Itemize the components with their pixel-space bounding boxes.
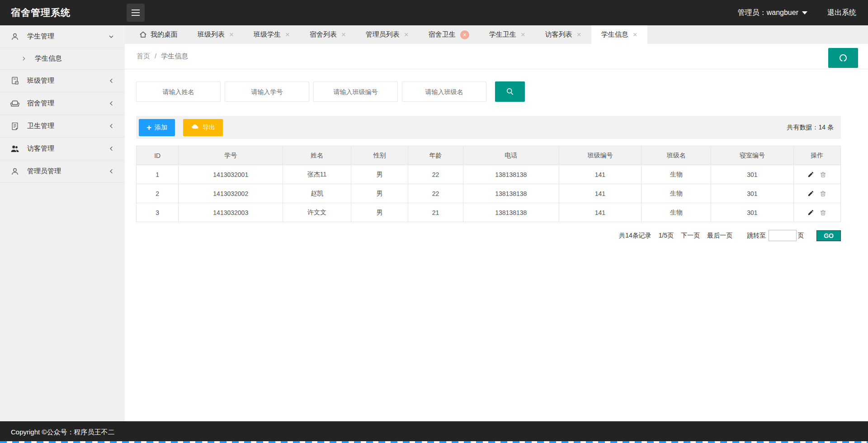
tab-label: 班级学生	[254, 30, 281, 39]
col-header-phone: 电话	[463, 146, 559, 165]
tab-class-list[interactable]: 班级列表 ×	[188, 25, 244, 44]
close-icon[interactable]: ×	[460, 30, 469, 39]
cell-room-no: 301	[711, 203, 793, 222]
chevron-left-icon	[108, 77, 115, 84]
close-icon[interactable]: ×	[341, 31, 346, 38]
close-icon[interactable]: ×	[285, 31, 290, 38]
cell-phone: 138138138	[463, 203, 559, 222]
cell-class-name: 生物	[642, 203, 711, 222]
sidebar-item-class-mgmt[interactable]: 班级管理	[0, 70, 125, 92]
tab-label: 访客列表	[545, 30, 572, 39]
cell-phone: 138138138	[463, 184, 559, 203]
sidebar-item-admin-mgmt[interactable]: 管理员管理	[0, 160, 125, 183]
go-button[interactable]: GO	[816, 230, 841, 241]
col-header-room-no: 寝室编号	[711, 146, 793, 165]
tab-dorm-hygiene[interactable]: 宿舍卫生 ×	[419, 25, 479, 44]
tab-my-desktop[interactable]: 我的桌面	[129, 25, 188, 44]
tab-label: 班级列表	[198, 30, 225, 39]
tab-dorm-list[interactable]: 宿舍列表 ×	[300, 25, 356, 44]
edit-icon[interactable]	[807, 171, 814, 178]
breadcrumb-home-link[interactable]: 首页	[137, 52, 150, 61]
close-icon[interactable]: ×	[633, 31, 637, 38]
class-name-search-input[interactable]	[402, 81, 486, 102]
notebook-icon	[10, 76, 20, 86]
sidebar-item-dorm-mgmt[interactable]: 宿舍管理	[0, 92, 125, 115]
sidebar-item-student-mgmt[interactable]: 学生管理	[0, 25, 125, 48]
close-icon[interactable]: ×	[404, 31, 409, 38]
add-button[interactable]: + 添加	[139, 119, 175, 136]
cell-gender: 男	[351, 184, 408, 203]
class-no-search-input[interactable]	[313, 81, 398, 102]
refresh-button[interactable]	[828, 48, 858, 68]
tab-student-info[interactable]: 学生信息 ×	[591, 25, 647, 44]
pagination-next-link[interactable]: 下一页	[681, 232, 700, 240]
delete-icon[interactable]	[820, 209, 826, 216]
edit-icon[interactable]	[807, 209, 814, 216]
cell-name: 张杰11	[283, 165, 351, 184]
bottom-dashed-line	[0, 441, 868, 443]
cell-id: 3	[137, 203, 179, 222]
sidebar-toggle-button[interactable]	[127, 4, 145, 22]
footer: Copyright ©公众号：程序员王不二	[0, 421, 868, 443]
sidebar-item-visitor-mgmt[interactable]: 访客管理	[0, 138, 125, 160]
pagination: 共14条记录 1/5页 下一页 最后一页 跳转至 页 GO	[136, 230, 841, 241]
breadcrumb: 首页 / 学生信息	[137, 52, 188, 61]
sidebar-item-label: 卫生管理	[27, 122, 54, 130]
cell-class-name: 生物	[642, 165, 711, 184]
tab-class-students[interactable]: 班级学生 ×	[244, 25, 300, 44]
tab-visitor-list[interactable]: 访客列表 ×	[535, 25, 591, 44]
cell-age: 22	[408, 184, 463, 203]
logout-button[interactable]: 退出系统	[827, 8, 856, 18]
cell-gender: 男	[351, 165, 408, 184]
tab-student-hygiene[interactable]: 学生卫生 ×	[479, 25, 535, 44]
students-table: ID 学号 姓名 性别 年龄 电话 班级编号 班级名 寝室编号 操作 1 141…	[136, 146, 841, 222]
admin-dropdown[interactable]: 管理员：wangbuer	[738, 8, 807, 18]
top-header: 宿舍管理系统 管理员：wangbuer 退出系统	[0, 0, 868, 25]
pagination-last-link[interactable]: 最后一页	[707, 232, 732, 240]
cell-gender: 男	[351, 203, 408, 222]
sidebar-subitem-label: 学生信息	[35, 54, 62, 63]
tab-label: 学生卫生	[489, 30, 516, 39]
sidebar-item-hygiene-mgmt[interactable]: 卫生管理	[0, 115, 125, 138]
chevron-down-icon	[802, 11, 807, 14]
sidebar-item-label: 管理员管理	[27, 167, 61, 176]
tab-label: 管理员列表	[366, 30, 400, 39]
search-icon	[505, 87, 515, 96]
cell-class-no: 141	[559, 165, 641, 184]
sidebar-subitem-student-info[interactable]: 学生信息	[0, 48, 125, 70]
user-icon	[10, 167, 20, 176]
delete-icon[interactable]	[820, 190, 826, 197]
close-icon[interactable]: ×	[577, 31, 581, 38]
cell-phone: 138138138	[463, 165, 559, 184]
sofa-icon	[10, 99, 20, 109]
student-id-search-input[interactable]	[225, 81, 309, 102]
jump-page-input[interactable]	[769, 230, 797, 241]
col-header-name: 姓名	[283, 146, 351, 165]
name-search-input[interactable]	[136, 81, 221, 102]
tab-label: 学生信息	[601, 30, 628, 39]
table-header-row: ID 学号 姓名 性别 年龄 电话 班级编号 班级名 寝室编号 操作	[137, 146, 841, 165]
document-icon	[10, 121, 20, 131]
table-toolbar: + 添加 导出 共有数据：14 条	[136, 116, 841, 139]
search-row	[136, 81, 841, 102]
hamburger-icon	[132, 10, 140, 10]
cell-age: 22	[408, 165, 463, 184]
chevron-left-icon	[108, 100, 115, 107]
sidebar-item-label: 访客管理	[27, 144, 54, 153]
cell-room-no: 301	[711, 184, 793, 203]
cell-name: 赵凯	[283, 184, 351, 203]
close-icon[interactable]: ×	[229, 31, 234, 38]
close-icon[interactable]: ×	[521, 31, 525, 38]
edit-icon[interactable]	[807, 190, 814, 197]
cell-class-name: 生物	[642, 184, 711, 203]
pagination-page-indicator: 1/5页	[659, 232, 674, 240]
breadcrumb-current: 学生信息	[161, 52, 188, 61]
breadcrumb-separator: /	[155, 52, 156, 61]
delete-icon[interactable]	[820, 171, 826, 178]
export-button[interactable]: 导出	[183, 119, 223, 136]
search-button[interactable]	[495, 81, 525, 102]
breadcrumb-row: 首页 / 学生信息	[125, 44, 868, 69]
pagination-jump: 跳转至 页	[747, 230, 804, 241]
sidebar-item-label: 班级管理	[27, 76, 54, 85]
tab-admin-list[interactable]: 管理员列表 ×	[356, 25, 419, 44]
